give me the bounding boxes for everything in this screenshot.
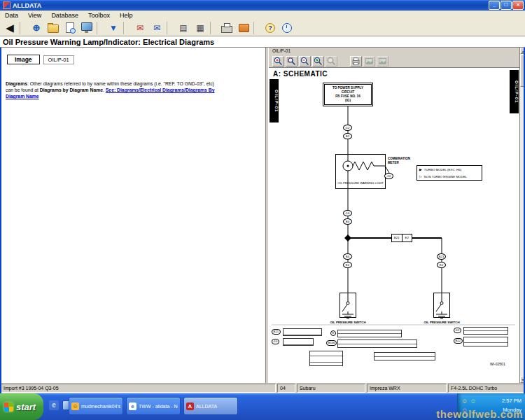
menu-database[interactable]: Database bbox=[46, 12, 83, 19]
maximize-button[interactable]: □ bbox=[500, 1, 512, 10]
taskbar-item-alldata[interactable]: A ALLDATA bbox=[183, 397, 238, 415]
toolbar-separator bbox=[253, 22, 260, 34]
taskbar-item-label: mudmechanik04's Bud... bbox=[81, 404, 120, 409]
pin-table-label: i12 bbox=[454, 328, 461, 333]
quick-launch-ie-icon[interactable]: e bbox=[49, 400, 59, 410]
zoom-out-icon bbox=[300, 57, 309, 66]
legend-box: ▶ TURBO MODEL (EXC. H6) ▷ NON TURBO ENGI… bbox=[416, 165, 482, 181]
legend-row: ▶ TURBO MODEL (EXC. H6) bbox=[417, 166, 482, 173]
aim-icon: ☺ bbox=[71, 402, 79, 410]
menu-view[interactable]: View bbox=[23, 12, 46, 19]
connector-pin: B21 bbox=[437, 253, 446, 260]
scrollbar-thumb[interactable] bbox=[520, 55, 525, 87]
folder-button[interactable] bbox=[45, 20, 62, 36]
zoom-dynamic-icon bbox=[327, 57, 336, 66]
mail-blue-button[interactable]: ✉ bbox=[148, 20, 165, 36]
zoom-out-button[interactable] bbox=[299, 56, 311, 66]
legend-text-non-turbo: NON TURBO ENGINE MODEL bbox=[424, 175, 467, 178]
taskbar-item-browser[interactable]: e TWW - alldata - Netw... bbox=[126, 397, 181, 415]
connector-pin: i12 bbox=[343, 125, 352, 131]
pin-table-grid bbox=[374, 352, 435, 360]
power-line-4: (IG) bbox=[325, 99, 371, 103]
power-supply-box: TO POWER SUPPLY CIRCUIT FB FUSE NO. 16 (… bbox=[323, 83, 373, 106]
page-title: Oil Pressure Warning Lamp/Indicator: Ele… bbox=[0, 36, 525, 48]
inline-connector-left: B21 bbox=[392, 234, 402, 241]
zoom-region-button[interactable] bbox=[286, 56, 298, 66]
back-button[interactable]: ◀ bbox=[1, 20, 18, 36]
legend-row: ▷ NON TURBO ENGINE MODEL bbox=[417, 173, 482, 180]
windows-logo-icon bbox=[4, 402, 13, 412]
help-button[interactable]: ? bbox=[262, 20, 279, 36]
status-model: Impreza WRX bbox=[367, 384, 447, 393]
computer-icon bbox=[81, 22, 92, 31]
menu-toolbox[interactable]: Toolbox bbox=[83, 12, 115, 19]
book-button[interactable] bbox=[235, 20, 252, 36]
schematic-title: A: SCHEMATIC bbox=[273, 70, 328, 78]
oil-lamp-label: OIL PRESSURE WARNING LIGHT bbox=[336, 181, 385, 185]
tab-image[interactable]: Image bbox=[7, 55, 40, 64]
vertical-scrollbar[interactable] bbox=[519, 48, 525, 383]
download-button[interactable]: ▼ bbox=[105, 20, 122, 36]
diagram-pane-header: OIL/P-01 bbox=[269, 48, 519, 55]
status-bar: Import #3 1995-04 Q3-05 04 Subaru Imprez… bbox=[0, 383, 525, 393]
image-prev-button[interactable] bbox=[363, 56, 375, 66]
status-make: Subaru bbox=[297, 384, 365, 393]
diagram-tab-right: OIL/P-01 bbox=[510, 70, 519, 113]
alldata-icon: A bbox=[186, 402, 194, 410]
tray-status-icon[interactable]: ☺ bbox=[470, 398, 476, 405]
non-turbo-arrow-icon: ▷ bbox=[419, 174, 422, 178]
toolbar-separator bbox=[20, 22, 26, 34]
clock-time[interactable]: 2:57 PM bbox=[502, 398, 522, 404]
image-next-button[interactable] bbox=[377, 56, 388, 66]
scroll-up-arrow[interactable] bbox=[520, 48, 525, 54]
list-icon: ▤ bbox=[179, 24, 187, 32]
tray-messenger-icon[interactable]: ☺ bbox=[461, 398, 468, 405]
close-button[interactable]: × bbox=[512, 1, 524, 10]
legend-text-turbo: TURBO MODEL (EXC. H6) bbox=[424, 168, 461, 172]
image-prev-icon bbox=[365, 57, 374, 66]
pin-table-grid bbox=[337, 330, 402, 337]
schematic-diagram: A: SCHEMATIC OIL/P-01 OIL/P-01 TO POWER … bbox=[269, 68, 519, 383]
toolbar-separator bbox=[167, 22, 173, 34]
mail-red-button[interactable]: ✉ bbox=[132, 20, 148, 36]
folder-icon bbox=[48, 24, 59, 33]
history-button[interactable] bbox=[279, 20, 295, 36]
connector-pin: E2 bbox=[437, 262, 446, 268]
minimize-button[interactable]: _ bbox=[489, 1, 500, 10]
print-button[interactable] bbox=[218, 20, 235, 36]
menu-help[interactable]: Help bbox=[115, 12, 138, 19]
computer-button[interactable] bbox=[78, 20, 95, 36]
combination-meter-label: COMBINATION METER bbox=[388, 157, 417, 164]
zoom-dynamic-button[interactable] bbox=[326, 56, 337, 66]
status-engine: F4-2.5L DOHC Turbo bbox=[448, 384, 524, 393]
connector-pin: i10 bbox=[343, 210, 352, 216]
list-button[interactable]: ▤ bbox=[175, 20, 192, 36]
watermark: thewolfweb.com bbox=[436, 408, 523, 420]
pin-table-label: B21 bbox=[272, 329, 281, 335]
pin-table-label: B136 bbox=[326, 340, 337, 346]
diagram-reference-number: WI-02501 bbox=[490, 362, 505, 366]
taskbar-item-buddy-list[interactable]: ☺ mudmechanik04's Bud... bbox=[69, 397, 123, 415]
zoom-toolbar bbox=[269, 55, 519, 68]
pin-table-label: E bbox=[330, 330, 336, 336]
book-icon bbox=[239, 24, 249, 32]
mail-red-icon: ✉ bbox=[136, 24, 144, 32]
zoom-in-icon bbox=[274, 57, 283, 66]
zoom-fit-button[interactable] bbox=[312, 56, 324, 66]
grid-icon: ▦ bbox=[196, 24, 204, 32]
web-icon: ⊕ bbox=[33, 23, 41, 32]
zoom-in-button[interactable] bbox=[272, 56, 284, 66]
grid-button[interactable]: ▦ bbox=[192, 20, 209, 36]
oil-pressure-switch-box-left bbox=[340, 293, 356, 318]
inline-connector-box: B21 E2 bbox=[391, 234, 412, 242]
start-button[interactable]: start bbox=[0, 393, 43, 420]
search-document-button[interactable] bbox=[62, 20, 78, 36]
oil-pressure-switch-label-left: OIL PRESSURE SWITCH bbox=[320, 321, 376, 324]
pin-table-grid bbox=[283, 328, 322, 336]
web-button[interactable]: ⊕ bbox=[28, 20, 45, 36]
print-diagram-button[interactable] bbox=[350, 56, 362, 66]
scroll-down-arrow[interactable] bbox=[520, 377, 525, 383]
menu-data[interactable]: Data bbox=[0, 12, 23, 19]
power-supply-text: TO POWER SUPPLY CIRCUIT FB FUSE NO. 16 (… bbox=[324, 84, 372, 105]
tab-oil-p-01[interactable]: OIL/P-01 bbox=[43, 55, 74, 64]
